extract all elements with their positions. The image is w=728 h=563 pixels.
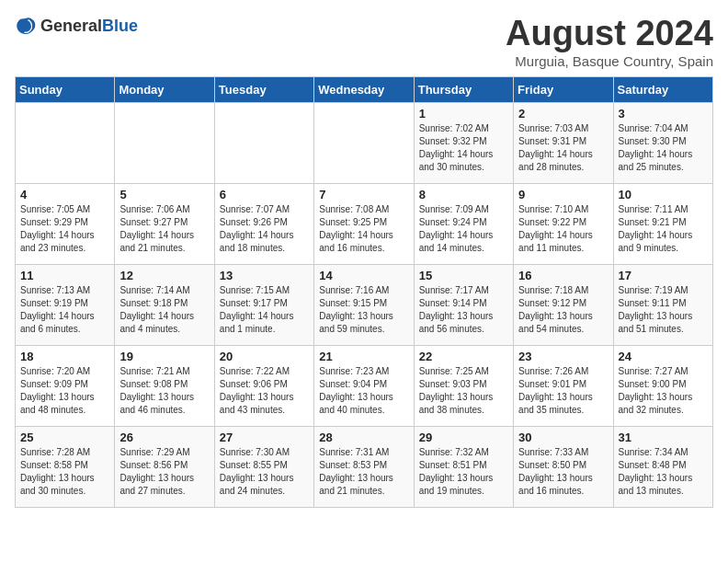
calendar-title: August 2024 [506, 15, 713, 53]
day-number: 7 [319, 188, 408, 201]
day-number: 3 [619, 107, 708, 121]
day-info: Sunrise: 7:20 AMSunset: 9:09 PMDaylight:… [20, 365, 109, 417]
day-info: Sunrise: 7:06 AMSunset: 9:27 PMDaylight:… [119, 203, 209, 255]
day-number: 9 [518, 188, 608, 201]
day-info: Sunrise: 7:30 AMSunset: 8:55 PMDaylight:… [220, 446, 309, 498]
day-number: 29 [419, 431, 508, 444]
day-info: Sunrise: 7:18 AMSunset: 9:12 PMDaylight:… [518, 284, 608, 336]
calendar-week-row: 11 Sunrise: 7:13 AMSunset: 9:19 PMDaylig… [16, 264, 713, 345]
header-cell: Tuesday [214, 76, 313, 102]
calendar-cell: 7 Sunrise: 7:08 AMSunset: 9:25 PMDayligh… [314, 183, 414, 264]
day-info: Sunrise: 7:04 AMSunset: 9:30 PMDaylight:… [619, 122, 708, 174]
day-number: 15 [419, 269, 508, 282]
calendar-cell: 13 Sunrise: 7:15 AMSunset: 9:17 PMDaylig… [214, 264, 313, 345]
calendar-cell: 17 Sunrise: 7:19 AMSunset: 9:11 PMDaylig… [613, 264, 712, 345]
calendar-cell: 14 Sunrise: 7:16 AMSunset: 9:15 PMDaylig… [314, 264, 414, 345]
header-row: SundayMondayTuesdayWednesdayThursdayFrid… [16, 76, 713, 102]
day-info: Sunrise: 7:25 AMSunset: 9:03 PMDaylight:… [419, 365, 508, 417]
calendar-cell: 24 Sunrise: 7:27 AMSunset: 9:00 PMDaylig… [613, 345, 712, 426]
calendar-cell: 2 Sunrise: 7:03 AMSunset: 9:31 PMDayligh… [514, 102, 613, 183]
calendar-cell: 26 Sunrise: 7:29 AMSunset: 8:56 PMDaylig… [115, 426, 214, 507]
calendar-cell [16, 102, 115, 183]
day-number: 2 [518, 107, 608, 121]
calendar-week-row: 4 Sunrise: 7:05 AMSunset: 9:29 PMDayligh… [16, 183, 713, 264]
day-number: 24 [619, 350, 708, 363]
day-number: 8 [419, 188, 508, 201]
title-area: August 2024 Murguia, Basque Country, Spa… [506, 15, 713, 69]
day-info: Sunrise: 7:17 AMSunset: 9:14 PMDaylight:… [419, 284, 508, 336]
day-info: Sunrise: 7:13 AMSunset: 9:19 PMDaylight:… [20, 284, 109, 336]
day-number: 4 [20, 188, 109, 201]
day-number: 13 [220, 269, 309, 282]
calendar-cell [115, 102, 214, 183]
calendar-cell: 10 Sunrise: 7:11 AMSunset: 9:21 PMDaylig… [613, 183, 712, 264]
day-info: Sunrise: 7:10 AMSunset: 9:22 PMDaylight:… [518, 203, 608, 255]
calendar-cell: 8 Sunrise: 7:09 AMSunset: 9:24 PMDayligh… [414, 183, 513, 264]
header-cell: Monday [115, 76, 214, 102]
day-number: 30 [518, 431, 608, 444]
day-info: Sunrise: 7:22 AMSunset: 9:06 PMDaylight:… [220, 365, 309, 417]
calendar-cell: 3 Sunrise: 7:04 AMSunset: 9:30 PMDayligh… [613, 102, 712, 183]
day-info: Sunrise: 7:09 AMSunset: 9:24 PMDaylight:… [419, 203, 508, 255]
day-info: Sunrise: 7:23 AMSunset: 9:04 PMDaylight:… [319, 365, 408, 417]
header-cell: Wednesday [314, 76, 414, 102]
day-number: 18 [20, 350, 109, 363]
day-number: 27 [220, 431, 309, 444]
day-number: 31 [619, 431, 708, 444]
day-info: Sunrise: 7:11 AMSunset: 9:21 PMDaylight:… [619, 203, 708, 255]
day-number: 26 [119, 431, 209, 444]
calendar-cell [314, 102, 414, 183]
calendar-cell: 12 Sunrise: 7:14 AMSunset: 9:18 PMDaylig… [115, 264, 214, 345]
day-info: Sunrise: 7:08 AMSunset: 9:25 PMDaylight:… [319, 203, 408, 255]
day-info: Sunrise: 7:05 AMSunset: 9:29 PMDaylight:… [20, 203, 109, 255]
calendar-cell: 6 Sunrise: 7:07 AMSunset: 9:26 PMDayligh… [214, 183, 313, 264]
calendar-cell: 25 Sunrise: 7:28 AMSunset: 8:58 PMDaylig… [16, 426, 115, 507]
logo: GeneralBlue [15, 15, 138, 37]
calendar-cell: 30 Sunrise: 7:33 AMSunset: 8:50 PMDaylig… [514, 426, 613, 507]
day-number: 20 [220, 350, 309, 363]
day-number: 1 [419, 107, 508, 121]
day-info: Sunrise: 7:33 AMSunset: 8:50 PMDaylight:… [518, 446, 608, 498]
calendar-cell: 27 Sunrise: 7:30 AMSunset: 8:55 PMDaylig… [214, 426, 313, 507]
day-info: Sunrise: 7:32 AMSunset: 8:51 PMDaylight:… [419, 446, 508, 498]
day-number: 22 [419, 350, 508, 363]
calendar-cell: 28 Sunrise: 7:31 AMSunset: 8:53 PMDaylig… [314, 426, 414, 507]
calendar-cell: 15 Sunrise: 7:17 AMSunset: 9:14 PMDaylig… [414, 264, 513, 345]
day-info: Sunrise: 7:31 AMSunset: 8:53 PMDaylight:… [319, 446, 408, 498]
day-info: Sunrise: 7:34 AMSunset: 8:48 PMDaylight:… [619, 446, 708, 498]
logo-icon [15, 15, 37, 37]
calendar-cell: 21 Sunrise: 7:23 AMSunset: 9:04 PMDaylig… [314, 345, 414, 426]
day-info: Sunrise: 7:19 AMSunset: 9:11 PMDaylight:… [619, 284, 708, 336]
day-info: Sunrise: 7:21 AMSunset: 9:08 PMDaylight:… [119, 365, 209, 417]
day-info: Sunrise: 7:27 AMSunset: 9:00 PMDaylight:… [619, 365, 708, 417]
day-number: 12 [119, 269, 209, 282]
day-number: 25 [20, 431, 109, 444]
calendar-cell: 29 Sunrise: 7:32 AMSunset: 8:51 PMDaylig… [414, 426, 513, 507]
calendar-week-row: 1 Sunrise: 7:02 AMSunset: 9:32 PMDayligh… [16, 102, 713, 183]
day-info: Sunrise: 7:28 AMSunset: 8:58 PMDaylight:… [20, 446, 109, 498]
day-info: Sunrise: 7:02 AMSunset: 9:32 PMDaylight:… [419, 122, 508, 174]
day-info: Sunrise: 7:14 AMSunset: 9:18 PMDaylight:… [119, 284, 209, 336]
day-number: 5 [119, 188, 209, 201]
day-number: 21 [319, 350, 408, 363]
header-cell: Thursday [414, 76, 513, 102]
day-number: 14 [319, 269, 408, 282]
calendar-subtitle: Murguia, Basque Country, Spain [506, 53, 713, 69]
logo-text: GeneralBlue [40, 17, 138, 36]
day-number: 28 [319, 431, 408, 444]
calendar-cell: 9 Sunrise: 7:10 AMSunset: 9:22 PMDayligh… [514, 183, 613, 264]
day-number: 6 [220, 188, 309, 201]
header-cell: Sunday [16, 76, 115, 102]
header-cell: Friday [514, 76, 613, 102]
day-number: 16 [518, 269, 608, 282]
day-info: Sunrise: 7:15 AMSunset: 9:17 PMDaylight:… [220, 284, 309, 336]
header-cell: Saturday [613, 76, 712, 102]
day-info: Sunrise: 7:26 AMSunset: 9:01 PMDaylight:… [518, 365, 608, 417]
calendar-cell: 4 Sunrise: 7:05 AMSunset: 9:29 PMDayligh… [16, 183, 115, 264]
calendar-week-row: 25 Sunrise: 7:28 AMSunset: 8:58 PMDaylig… [16, 426, 713, 507]
day-number: 10 [619, 188, 708, 201]
calendar-table: SundayMondayTuesdayWednesdayThursdayFrid… [15, 76, 713, 508]
calendar-cell: 31 Sunrise: 7:34 AMSunset: 8:48 PMDaylig… [613, 426, 712, 507]
calendar-cell [214, 102, 313, 183]
calendar-cell: 11 Sunrise: 7:13 AMSunset: 9:19 PMDaylig… [16, 264, 115, 345]
